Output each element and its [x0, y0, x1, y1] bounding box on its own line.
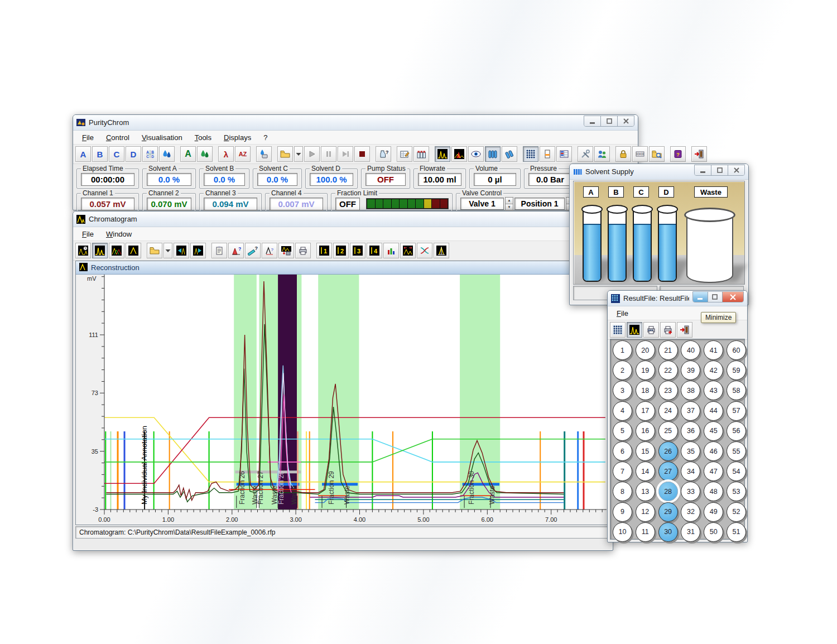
keylock-button[interactable]: IOIIOI	[632, 146, 648, 162]
well-55[interactable]: 55	[727, 441, 746, 461]
menu-item-tools[interactable]: Tools	[189, 132, 217, 143]
well-1[interactable]: 1	[613, 340, 632, 360]
position-select[interactable]: Position 1	[514, 198, 565, 210]
well-22[interactable]: 22	[658, 361, 678, 380]
well-37[interactable]: 37	[681, 401, 700, 421]
purge-button[interactable]	[256, 146, 272, 162]
print-report-button[interactable]	[643, 322, 659, 338]
well-33[interactable]: 33	[681, 482, 700, 501]
valve-spinner[interactable]: ▲▼	[505, 197, 513, 210]
previous-chromatogram-button[interactable]	[174, 243, 189, 258]
menu-item-visualisation[interactable]: Visualisation	[136, 132, 188, 143]
solvent-grid-button[interactable]: ABCD	[142, 146, 158, 162]
channel1-toggle-button[interactable]: 1	[316, 243, 332, 258]
well-24[interactable]: 24	[658, 401, 678, 421]
menu-item-window[interactable]: Window	[100, 229, 137, 239]
well-42[interactable]: 42	[704, 361, 723, 380]
well-23[interactable]: 23	[658, 381, 678, 400]
main-titlebar[interactable]: PurityChrom	[73, 115, 638, 131]
well-26[interactable]: 26	[658, 441, 678, 461]
well-45[interactable]: 45	[704, 421, 723, 441]
well-7[interactable]: 7	[613, 462, 632, 481]
solvent-minimize-button[interactable]	[695, 165, 711, 175]
solvent-b-button[interactable]: B	[92, 146, 108, 162]
chromatogram-button[interactable]	[435, 146, 450, 162]
well-13[interactable]: 13	[636, 482, 655, 501]
chromatogram-red-button[interactable]	[451, 146, 467, 162]
solvent-c-button[interactable]: C	[109, 146, 124, 162]
run-table-button[interactable]	[556, 146, 572, 162]
step-button[interactable]	[338, 146, 353, 162]
solvent-a-button[interactable]: A	[75, 146, 91, 162]
save-chromatogram-button[interactable]	[278, 243, 294, 258]
well-11[interactable]: 11	[636, 522, 655, 542]
menu-item-file[interactable]: File	[611, 308, 634, 319]
channel4-toggle-button[interactable]: 4	[367, 243, 382, 258]
settings-button[interactable]	[578, 146, 593, 162]
solvent-close-button[interactable]	[728, 165, 744, 175]
resultfile-titlebar[interactable]: ResultFile: ResultFile...	[608, 291, 747, 306]
peak-info-button[interactable]: ?	[228, 243, 244, 258]
well-5[interactable]: 5	[613, 421, 632, 441]
menu-item-file[interactable]: File	[76, 132, 99, 143]
well-48[interactable]: 48	[704, 482, 723, 501]
well-34[interactable]: 34	[681, 462, 700, 481]
maximize-button[interactable]	[601, 116, 618, 126]
solvent-titlebar[interactable]: Solvent Supply	[570, 164, 748, 180]
well-9[interactable]: 9	[613, 502, 632, 522]
fraction-tube-button[interactable]	[540, 146, 555, 162]
add-report-button[interactable]	[660, 322, 676, 338]
chromatogram-titlebar[interactable]: Chromatogram	[73, 212, 613, 227]
channel2-toggle-button[interactable]: 2	[333, 243, 349, 258]
chromatogram-plot[interactable]: My Individual AnnotationFraction 26Waste…	[76, 275, 610, 525]
well-18[interactable]: 18	[636, 381, 655, 400]
start-button[interactable]	[304, 146, 320, 162]
well-30[interactable]: 30	[658, 522, 678, 542]
well-47[interactable]: 47	[704, 462, 723, 481]
edit-table-button[interactable]	[397, 146, 412, 162]
solvent-d-button[interactable]: D	[126, 146, 141, 162]
realtime-view-button[interactable]	[75, 243, 91, 258]
well-29[interactable]: 29	[658, 502, 678, 522]
well-56[interactable]: 56	[727, 421, 746, 441]
solvent-maximize-button[interactable]	[711, 165, 728, 175]
well-39[interactable]: 39	[681, 361, 700, 380]
well-41[interactable]: 41	[704, 340, 723, 360]
help-bottle-button[interactable]: ?	[376, 146, 391, 162]
autozero-button[interactable]: AZ	[235, 146, 251, 162]
fraction-collector-button[interactable]	[523, 146, 538, 162]
columns-setup-button[interactable]	[502, 146, 517, 162]
well-58[interactable]: 58	[727, 381, 746, 400]
users-button[interactable]	[594, 146, 610, 162]
integration-button[interactable]: ?	[262, 243, 277, 258]
well-6[interactable]: 6	[613, 441, 632, 461]
open-chromatogram-button[interactable]	[147, 243, 162, 258]
well-44[interactable]: 44	[704, 401, 723, 421]
resultfile-maximize-button[interactable]	[708, 292, 723, 302]
menu-item-file[interactable]: File	[76, 229, 99, 239]
well-35[interactable]: 35	[681, 441, 700, 461]
close-resultfile-button[interactable]	[677, 322, 692, 338]
resultfile-close-button[interactable]	[723, 292, 743, 302]
open-method-button[interactable]	[277, 146, 293, 162]
well-60[interactable]: 60	[727, 340, 746, 360]
bars-view-button[interactable]	[383, 243, 399, 258]
well-27[interactable]: 27	[658, 462, 678, 481]
well-49[interactable]: 49	[704, 502, 723, 522]
channel3-toggle-button[interactable]: 3	[350, 243, 365, 258]
wells-view-button[interactable]	[610, 322, 626, 338]
well-52[interactable]: 52	[727, 502, 746, 522]
well-40[interactable]: 40	[681, 340, 700, 360]
manual-button[interactable]: ?	[670, 146, 686, 162]
well-4[interactable]: 4	[613, 401, 632, 421]
well-36[interactable]: 36	[681, 421, 700, 441]
well-21[interactable]: 21	[658, 340, 678, 360]
pause-button[interactable]	[321, 146, 336, 162]
chromatogram-view-button[interactable]	[627, 322, 642, 338]
bottles-button[interactable]	[413, 146, 429, 162]
airsensor-a-button[interactable]: A	[180, 146, 196, 162]
menu-item-?[interactable]: ?	[258, 132, 273, 143]
well-50[interactable]: 50	[704, 522, 723, 542]
well-54[interactable]: 54	[727, 462, 746, 481]
well-8[interactable]: 8	[613, 482, 632, 501]
